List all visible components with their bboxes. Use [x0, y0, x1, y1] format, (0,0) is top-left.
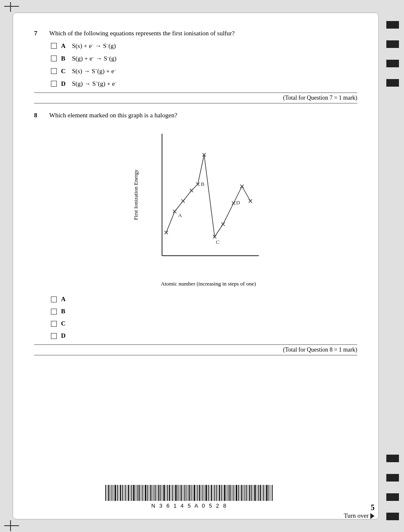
svg-rect-43	[127, 485, 127, 501]
svg-rect-87	[201, 485, 202, 501]
question-7-option-a[interactable]: A S(s) + e– → S–(g)	[51, 42, 357, 50]
svg-rect-88	[202, 485, 203, 501]
question-7-option-b[interactable]: B S(g) + e– → S–(g)	[51, 55, 357, 62]
svg-rect-74	[179, 485, 180, 501]
option-formula-7-a: S(s) + e– → S–(g)	[72, 42, 116, 50]
checkbox-7-c[interactable]	[51, 68, 57, 74]
turn-over-arrow	[370, 513, 375, 519]
svg-rect-114	[246, 485, 247, 501]
svg-rect-32	[108, 485, 109, 501]
svg-rect-103	[228, 485, 229, 501]
svg-rect-77	[184, 485, 185, 501]
question-8-options: A B C D	[51, 296, 357, 339]
svg-rect-79	[187, 485, 188, 501]
svg-rect-31	[107, 485, 107, 501]
svg-rect-113	[245, 485, 245, 501]
svg-text:D: D	[236, 199, 240, 206]
svg-rect-57	[150, 485, 152, 501]
svg-rect-78	[186, 485, 186, 501]
svg-rect-56	[149, 485, 149, 501]
svg-rect-80	[189, 485, 190, 501]
svg-text:C: C	[216, 239, 220, 245]
question-8-option-a[interactable]: A	[51, 296, 357, 303]
svg-rect-63	[160, 485, 161, 501]
option-letter-8-d: D	[61, 332, 68, 339]
reg-bar-3	[386, 60, 399, 67]
svg-rect-124	[263, 485, 264, 501]
svg-rect-119	[254, 485, 256, 501]
svg-rect-95	[214, 485, 215, 501]
checkbox-8-a[interactable]	[51, 296, 57, 302]
turn-over-label: Turn over	[344, 512, 375, 519]
svg-rect-90	[205, 485, 207, 501]
checkbox-8-b[interactable]	[51, 309, 57, 315]
svg-rect-70	[172, 485, 173, 501]
svg-rect-61	[157, 485, 157, 501]
question-8-total-mark: (Total for Question 8 = 1 mark)	[34, 344, 357, 355]
svg-rect-76	[183, 485, 183, 501]
ionization-graph: First Ionization Energy	[124, 127, 267, 287]
svg-rect-96	[216, 485, 217, 501]
svg-text:B: B	[201, 181, 205, 187]
svg-rect-120	[257, 485, 257, 501]
svg-rect-115	[248, 485, 248, 501]
svg-rect-58	[152, 485, 153, 501]
svg-rect-41	[124, 485, 124, 501]
option-letter-8-c: C	[61, 320, 68, 327]
reg-bar-8	[386, 513, 399, 520]
option-letter-7-b: B	[61, 55, 68, 62]
question-8-option-c[interactable]: C	[51, 320, 357, 327]
svg-rect-85	[197, 485, 198, 501]
checkbox-7-a[interactable]	[51, 43, 57, 49]
question-7-option-d[interactable]: D S(g) → S+(g) + e–	[51, 80, 357, 87]
svg-rect-62	[158, 485, 159, 501]
question-8-option-b[interactable]: B	[51, 308, 357, 315]
reg-bar-2	[386, 40, 399, 48]
svg-rect-71	[174, 485, 174, 501]
svg-rect-117	[251, 485, 252, 501]
svg-rect-73	[178, 485, 178, 501]
reg-bar-5	[386, 455, 399, 462]
svg-rect-99	[221, 485, 222, 501]
svg-rect-118	[253, 485, 253, 501]
svg-rect-123	[262, 485, 262, 501]
graph-wrap: First Ionization Energy	[124, 127, 267, 279]
page-number: 5	[344, 503, 375, 512]
svg-rect-100	[223, 485, 223, 501]
svg-text:A: A	[178, 212, 182, 218]
svg-rect-34	[112, 485, 112, 501]
question-7-number: 7	[34, 30, 46, 37]
checkbox-8-c[interactable]	[51, 321, 57, 327]
option-letter-7-d: D	[61, 80, 68, 87]
graph-svg: A B C	[149, 127, 263, 270]
svg-rect-84	[196, 485, 197, 501]
svg-rect-82	[192, 485, 193, 501]
question-7-block: 7 Which of the following equations repre…	[34, 30, 357, 103]
option-letter-7-c: C	[61, 68, 68, 75]
svg-rect-68	[169, 485, 170, 501]
question-7-total-mark: (Total for Question 7 = 1 mark)	[34, 93, 357, 103]
question-8-option-d[interactable]: D	[51, 332, 357, 339]
checkbox-7-b[interactable]	[51, 56, 57, 61]
svg-rect-64	[162, 485, 162, 501]
question-8-text: Which element marked on this graph is a …	[49, 112, 177, 119]
bottom-corner-mark	[0, 519, 21, 532]
svg-rect-51	[141, 485, 141, 501]
x-axis-label: Atomic number (increasing in steps of on…	[149, 281, 267, 287]
question-7-header: 7 Which of the following equations repre…	[34, 30, 357, 37]
question-7-text: Which of the following equations represe…	[49, 30, 235, 37]
checkbox-7-d[interactable]	[51, 81, 57, 87]
svg-rect-37	[117, 485, 118, 501]
reg-bar-4	[386, 79, 399, 87]
question-7-option-c[interactable]: C S(s) → S+(g) + e–	[51, 67, 357, 75]
page-content: 7 Which of the following equations repre…	[13, 13, 379, 519]
page-number-area: 5 Turn over	[344, 503, 375, 519]
barcode-svg	[105, 485, 274, 503]
svg-rect-50	[138, 485, 140, 501]
svg-rect-116	[249, 485, 250, 501]
svg-rect-129	[272, 485, 273, 501]
checkbox-8-d[interactable]	[51, 333, 57, 339]
svg-rect-46	[131, 485, 132, 501]
option-formula-7-c: S(s) → S+(g) + e–	[72, 67, 116, 75]
svg-rect-49	[137, 485, 138, 501]
